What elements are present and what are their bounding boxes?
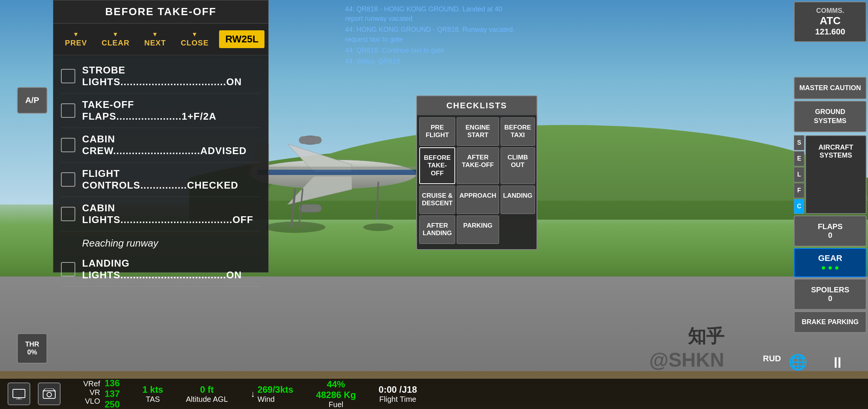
close-button[interactable]: CLOSE: [176, 27, 214, 52]
item-text-4: FLIGHT CONTROLS...............CHECKED: [82, 168, 261, 191]
checkbox-3[interactable]: [61, 138, 75, 152]
spoilers-label: SPOILERS: [798, 286, 862, 294]
svg-line-9: [376, 182, 378, 220]
checkbox-4[interactable]: [61, 172, 75, 187]
gear-label: GEAR: [798, 253, 862, 263]
indicator-F[interactable]: F: [794, 183, 804, 198]
svg-point-6: [363, 223, 394, 231]
fuel-label: Fuel: [328, 400, 343, 409]
checkbox-6[interactable]: [61, 262, 75, 276]
cl-climb-out[interactable]: CLIMBOUT: [501, 147, 535, 184]
cl-cruise-descent[interactable]: CRUISE &DESCENT: [419, 186, 455, 214]
flaps-value: 0: [798, 231, 862, 240]
spoilers-value: 0: [798, 294, 862, 303]
cl-pre-flight[interactable]: PREFLIGHT: [419, 117, 455, 146]
vr-label: VR: [83, 388, 100, 397]
vr-value: 137: [104, 389, 120, 399]
runway-badge: RW25L: [219, 30, 264, 48]
vref-label: VRef: [83, 379, 100, 388]
runway: [0, 276, 868, 371]
pause-icon[interactable]: ⏸: [830, 354, 845, 371]
gear-dots: ● ● ●: [798, 263, 862, 272]
checklists-title: CHECKLISTS: [417, 96, 537, 115]
indicator-E[interactable]: E: [794, 151, 804, 166]
fuel-section: 44% 48286 Kg Fuel: [316, 379, 356, 409]
prev-button[interactable]: PREV: [57, 27, 95, 52]
cl-before-takeoff[interactable]: BEFORETAKE-OFF: [419, 147, 455, 184]
ground-systems-button[interactable]: GROUND SYSTEMS: [794, 101, 866, 132]
thr-label: THR: [25, 340, 39, 348]
svg-point-15: [47, 392, 51, 397]
watermark-english: @SHKN: [649, 348, 724, 371]
watermark-chinese: 知乎: [649, 324, 724, 348]
aircraft-systems-button[interactable]: AIRCRAFT SYSTEMS: [805, 135, 866, 214]
rud-label: RUD: [763, 354, 781, 364]
gear-button[interactable]: GEAR ● ● ●: [794, 248, 866, 277]
indicator-C[interactable]: C: [794, 199, 804, 214]
fuel-pct: 44%: [327, 379, 345, 390]
speed-refs: VRef VR VLO 136 137 250: [83, 378, 120, 409]
comms-type: ATC: [799, 15, 861, 27]
vlo-value: 250: [104, 399, 120, 409]
svg-rect-2: [299, 204, 322, 212]
list-item: LANDING LIGHTS..........................…: [61, 252, 261, 287]
checkbox-2[interactable]: [61, 103, 75, 118]
fuel-kg: 48286 Kg: [316, 390, 356, 400]
vref-value: 136: [104, 378, 120, 389]
svg-rect-10: [13, 389, 25, 398]
indicator-S[interactable]: S: [794, 135, 804, 150]
item-text-2: TAKE-OFF FLAPS.....................1+F/2…: [82, 99, 261, 122]
bottom-bar: VRef VR VLO 136 137 250 1 kts TAS 0 ft A…: [0, 379, 868, 409]
wind-label: Wind: [257, 395, 293, 404]
side-indicators: S E L F C: [794, 135, 804, 214]
item-text-5: CABIN LIGHTS............................…: [82, 202, 261, 226]
cl-approach[interactable]: APPROACH: [457, 186, 499, 214]
list-item: STROBE LIGHTS...........................…: [61, 59, 261, 94]
altitude-value: 0 ft: [200, 384, 214, 395]
item-text-1: STROBE LIGHTS...........................…: [82, 64, 261, 88]
globe-icon[interactable]: 🌐: [789, 353, 807, 371]
atc-message-1: 44: QR818 - HONG KONG GROUND. Landed at …: [345, 5, 518, 23]
camera-icon[interactable]: [38, 382, 61, 405]
next-button[interactable]: NEXT: [136, 27, 174, 52]
ap-button[interactable]: A/P: [17, 87, 47, 114]
section-label: Reaching runway: [61, 231, 261, 252]
cl-after-landing[interactable]: AFTERLANDING: [419, 215, 455, 244]
comms-label: COMMS.: [799, 7, 861, 15]
cl-engine-start[interactable]: ENGINESTART: [457, 117, 499, 146]
clear-button[interactable]: CLEAR: [97, 27, 135, 52]
checklist-title: BEFORE TAKE-OFF: [53, 0, 268, 23]
master-caution-button[interactable]: MASTER CAUTION: [794, 77, 866, 99]
wind-value: 269/3kts: [257, 384, 293, 395]
checkbox-5[interactable]: [61, 207, 75, 221]
checklists-grid: PREFLIGHT ENGINESTART BEFORETAXI BEFORET…: [417, 115, 537, 246]
atc-panel: 44: QR818 - HONG KONG GROUND. Landed at …: [341, 0, 522, 72]
flight-time-section: 0:00 /J18 Flight Time: [379, 384, 417, 404]
atc-message-3: 44: QR818. Continue taxi to gate: [345, 46, 518, 55]
cl-after-takeoff[interactable]: AFTERTAKE-OFF: [457, 147, 499, 184]
watermark: 知乎 @SHKN: [649, 324, 724, 371]
cl-landing[interactable]: LANDING: [501, 186, 535, 214]
svg-rect-4: [299, 136, 322, 144]
tas-value: 1 kts: [143, 384, 163, 395]
thr-button[interactable]: THR 0%: [17, 333, 47, 364]
screen-icon[interactable]: [8, 382, 30, 405]
flaps-button[interactable]: FLAPS 0: [794, 215, 866, 247]
altitude-section: 0 ft Altitude AGL: [186, 384, 228, 404]
list-item: CABIN CREW............................AD…: [61, 128, 261, 162]
tas-label: TAS: [146, 395, 160, 404]
checklist-nav: PREV CLEAR NEXT CLOSE RW25L: [53, 23, 268, 55]
cl-parking[interactable]: PARKING: [457, 215, 499, 244]
cl-before-taxi[interactable]: BEFORETAXI: [501, 117, 535, 146]
list-item: TAKE-OFF FLAPS.....................1+F/2…: [61, 94, 261, 128]
checklist-panel: BEFORE TAKE-OFF PREV CLEAR NEXT CLOSE RW…: [53, 0, 269, 273]
svg-point-5: [265, 222, 325, 233]
comms-button[interactable]: COMMS. ATC 121.600: [794, 2, 866, 42]
indicator-L[interactable]: L: [794, 167, 804, 182]
brake-parking-button[interactable]: BRAKE PARKING: [794, 311, 866, 333]
checkbox-1[interactable]: [61, 69, 75, 83]
spoilers-button[interactable]: SPOILERS 0: [794, 279, 866, 310]
list-item: CABIN LIGHTS............................…: [61, 197, 261, 231]
tas-section: 1 kts TAS: [143, 384, 163, 404]
side-indicators-row: S E L F C AIRCRAFT SYSTEMS: [794, 135, 866, 214]
